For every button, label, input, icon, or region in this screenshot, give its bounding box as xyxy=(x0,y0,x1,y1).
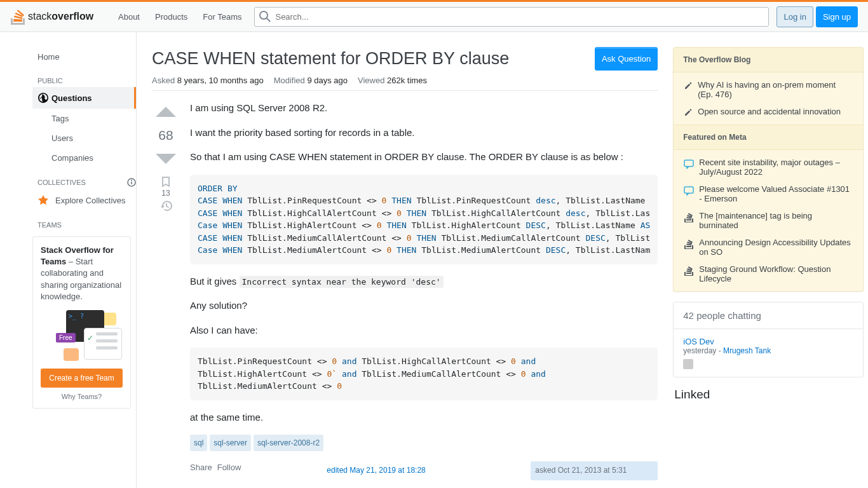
ask-question-button[interactable]: Ask Question xyxy=(595,47,658,71)
nav-companies[interactable]: Companies xyxy=(32,148,136,168)
pencil-icon xyxy=(684,108,693,117)
downvote-button[interactable] xyxy=(154,147,177,170)
history-button[interactable] xyxy=(160,200,172,212)
teams-illustration: >_ ? ✓ Free xyxy=(41,310,123,361)
code-block-2: TblList.PinRequestCount <> 0 and TblList… xyxy=(190,348,658,400)
search-input[interactable] xyxy=(254,7,769,27)
nav-public-header: PUBLIC xyxy=(32,67,136,87)
edited-info[interactable]: edited May 21, 2019 at 18:28 xyxy=(322,461,449,480)
meta-link[interactable]: The [maintenance] tag is being burninate… xyxy=(699,211,853,230)
blog-link[interactable]: Open source and accidental innovation xyxy=(698,107,841,117)
modified-value: 9 days ago xyxy=(307,76,348,85)
nav-collectives-header: COLLECTIVES xyxy=(32,168,136,189)
asked-value: 8 years, 10 months ago xyxy=(177,76,264,85)
globe-icon xyxy=(37,92,49,104)
stackoverflow-icon xyxy=(684,239,694,249)
right-sidebar: The Overflow Blog Why AI is having an on… xyxy=(673,47,864,480)
chat-bubble-icon xyxy=(64,348,79,361)
nav-questions-label: Questions xyxy=(51,93,92,103)
nav-users[interactable]: Users xyxy=(32,128,136,148)
left-sidebar: Home PUBLIC Questions Tags Users Compani… xyxy=(32,32,137,488)
blog-link[interactable]: Why AI is having an on-prem moment (Ep. … xyxy=(698,80,853,99)
bookmark-button[interactable] xyxy=(160,176,172,187)
star-icon xyxy=(37,194,49,206)
stackoverflow-logo[interactable]: stackoverflow xyxy=(10,7,105,26)
svg-rect-4 xyxy=(684,160,693,166)
stackoverflow-icon xyxy=(684,212,694,222)
body-p1: I am using SQL Server 2008 R2. xyxy=(190,101,658,116)
card-icon: ✓ xyxy=(84,328,122,360)
svg-text:stackoverflow: stackoverflow xyxy=(28,11,94,22)
linked-header: Linked xyxy=(673,388,864,402)
pencil-icon xyxy=(684,81,693,90)
signup-button[interactable]: Sign up xyxy=(816,6,858,27)
nav-forteams[interactable]: For Teams xyxy=(195,8,249,25)
check-icon: ✓ xyxy=(87,334,93,342)
question-title: CASE WHEN statement for ORDER BY clause xyxy=(152,47,509,70)
search-icon xyxy=(259,11,271,22)
tag[interactable]: sql xyxy=(190,435,207,451)
nav-explore-collectives[interactable]: Explore Collectives xyxy=(32,189,136,211)
meta-link[interactable]: Please welcome Valued Associate #1301 - … xyxy=(699,184,853,203)
meta-link[interactable]: Staging Ground Workflow: Question Lifecy… xyxy=(699,264,853,283)
avatar[interactable] xyxy=(683,359,693,369)
svg-point-2 xyxy=(131,180,132,181)
nav-about[interactable]: About xyxy=(111,8,147,25)
follow-link[interactable]: Follow xyxy=(217,461,241,480)
why-teams-link[interactable]: Why Teams? xyxy=(41,393,123,400)
body-p7: at the same time. xyxy=(190,410,658,425)
overflow-blog-widget: The Overflow Blog Why AI is having an on… xyxy=(673,47,864,292)
viewed-label: Viewed xyxy=(358,76,384,85)
svg-rect-3 xyxy=(131,182,132,184)
body-p2: I want the priority based sorting for re… xyxy=(190,126,658,140)
blog-header: The Overflow Blog xyxy=(674,48,863,72)
create-team-button[interactable]: Create a free Team xyxy=(41,369,123,388)
asked-label: Asked xyxy=(152,76,175,85)
chat-time: yesterday - xyxy=(683,346,723,355)
stackoverflow-icon xyxy=(684,266,694,276)
svg-rect-5 xyxy=(684,187,693,193)
chat-header[interactable]: 42 people chatting xyxy=(674,302,863,329)
nav-questions[interactable]: Questions xyxy=(32,87,136,109)
tag[interactable]: sql-server-2008-r2 xyxy=(254,435,323,451)
code-block-1: ORDER BY CASE WHEN TblList.PinRequestCou… xyxy=(190,175,658,264)
teams-promo: Stack Overflow for Teams – Start collabo… xyxy=(32,236,131,409)
meta-link[interactable]: Announcing Design Accessibility Updates … xyxy=(699,238,853,257)
speech-bubble-icon xyxy=(684,159,694,169)
error-code: Incorrect syntax near the keyword 'desc' xyxy=(240,276,444,288)
info-icon[interactable] xyxy=(127,178,136,187)
upvote-button[interactable] xyxy=(154,101,177,124)
speech-bubble-icon xyxy=(684,186,694,196)
question-meta: Asked 8 years, 10 months ago Modified 9 … xyxy=(152,76,658,91)
nav-home[interactable]: Home xyxy=(32,47,136,67)
free-badge: Free xyxy=(56,333,76,342)
modified-label: Modified xyxy=(274,76,305,85)
nav-explore-label: Explore Collectives xyxy=(55,196,126,205)
main-content: CASE WHEN statement for ORDER BY clause … xyxy=(152,47,658,480)
meta-link[interactable]: Recent site instability, major outages –… xyxy=(699,158,853,177)
body-p6: Also I can have: xyxy=(190,323,658,338)
question-body: I am using SQL Server 2008 R2. I want th… xyxy=(190,101,658,480)
vote-count: 68 xyxy=(158,125,173,146)
vote-controls: 68 13 xyxy=(152,101,180,480)
body-p5: Any solution? xyxy=(190,299,658,313)
share-link[interactable]: Share xyxy=(190,461,212,480)
tag[interactable]: sql-server xyxy=(210,435,251,451)
asked-info[interactable]: asked Oct 21, 2013 at 5:31 xyxy=(531,461,658,480)
login-button[interactable]: Log in xyxy=(776,6,813,27)
nav-tags[interactable]: Tags xyxy=(32,109,136,128)
viewed-value: 262k times xyxy=(387,76,427,85)
chat-user-link[interactable]: Mrugesh Tank xyxy=(723,346,771,355)
bookmark-count: 13 xyxy=(161,189,170,198)
body-p3: So that I am using CASE WHEN statement i… xyxy=(190,150,658,165)
nav-teams-header: TEAMS xyxy=(32,211,136,231)
nav-products[interactable]: Products xyxy=(147,8,195,25)
body-p4: But it gives Incorrect syntax near the k… xyxy=(190,274,658,289)
topbar: stackoverflow About Products For Teams L… xyxy=(0,2,868,32)
chat-widget: 42 people chatting iOS Dev yesterday - M… xyxy=(673,302,864,377)
chat-room-link[interactable]: iOS Dev xyxy=(683,337,853,346)
tags-list: sql sql-server sql-server-2008-r2 xyxy=(190,435,658,451)
featured-header: Featured on Meta xyxy=(674,125,863,150)
